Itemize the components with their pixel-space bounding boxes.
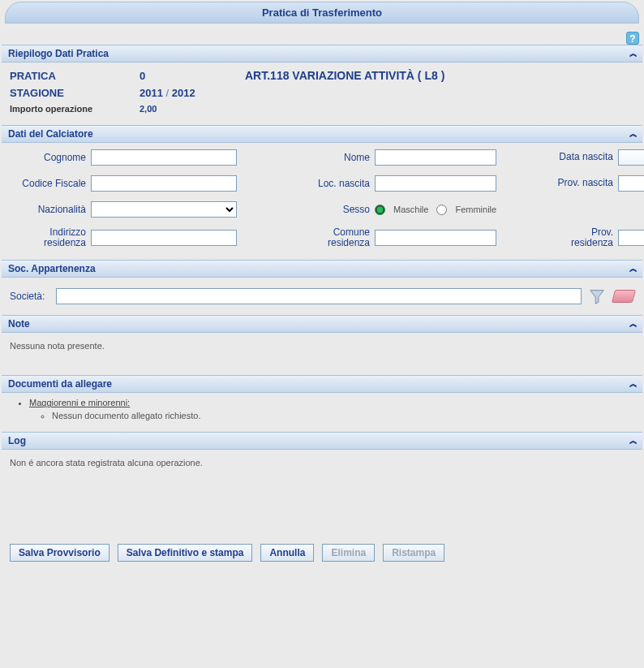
comune-residenza-label: Comune residenza [302, 227, 375, 248]
section-title-log: Log [8, 435, 26, 446]
collapse-icon[interactable]: ︽ [629, 48, 636, 59]
codice-fiscale-label: Codice Fiscale [10, 178, 91, 189]
indirizzo-residenza-input[interactable] [91, 230, 237, 246]
nome-input[interactable] [375, 149, 496, 166]
importo-value: 2,00 [140, 104, 245, 114]
help-icon[interactable]: ? [626, 32, 639, 45]
section-title-documenti: Documenti da allegare [8, 378, 112, 390]
sesso-femminile-label: Femminile [455, 205, 496, 214]
filter-icon[interactable] [588, 286, 607, 307]
sesso-maschile-radio[interactable] [375, 205, 385, 215]
section-title-societa: Soc. Appartenenza [8, 263, 96, 274]
eraser-icon[interactable] [613, 286, 634, 307]
stagione-end: 2012 [172, 87, 195, 99]
indirizzo-residenza-label: Indirizzo residenza [10, 227, 91, 248]
societa-input[interactable] [56, 288, 581, 304]
section-header-log: Log ︽ [2, 432, 642, 450]
button-bar: Salva Provvisorio Salva Definitivo e sta… [2, 541, 642, 567]
pratica-value: 0 [140, 70, 245, 82]
salva-provvisorio-button[interactable]: Salva Provvisorio [10, 544, 109, 562]
page-title: Pratica di Trasferimento [262, 6, 382, 19]
cognome-input[interactable] [91, 149, 237, 166]
data-nascita-select[interactable] [618, 149, 644, 166]
doc-group: Maggiorenni e minorenni: [29, 398, 634, 407]
section-header-note: Note ︽ [2, 315, 642, 333]
section-header-documenti: Documenti da allegare ︽ [2, 375, 642, 393]
section-header-calciatore: Dati del Calciatore ︽ [2, 125, 642, 143]
prov-residenza-input[interactable] [618, 230, 644, 246]
page-title-bar: Pratica di Trasferimento [5, 2, 639, 24]
codice-fiscale-input[interactable] [91, 175, 237, 192]
collapse-icon[interactable]: ︽ [629, 318, 636, 330]
nazionalita-label: Nazionalità [10, 204, 91, 215]
collapse-icon[interactable]: ︽ [629, 435, 636, 446]
doc-item: Nessun documento allegato richiesto. [52, 411, 634, 420]
log-text: Non é ancora stata registrata alcuna ope… [2, 450, 642, 476]
collapse-icon[interactable]: ︽ [629, 378, 636, 390]
prov-residenza-label: Prov. residenza [553, 227, 618, 248]
stagione-label: STAGIONE [10, 87, 140, 99]
elimina-button: Elimina [322, 544, 375, 562]
art-label: ART.118 VARIAZIONE ATTIVITÀ ( L8 ) [245, 69, 634, 82]
loc-nascita-label: Loc. nascita [302, 178, 375, 189]
nome-label: Nome [302, 152, 375, 163]
collapse-icon[interactable]: ︽ [629, 128, 636, 140]
societa-label: Società: [10, 291, 49, 302]
section-header-societa: Soc. Appartenenza ︽ [2, 260, 642, 278]
loc-nascita-input[interactable] [375, 175, 496, 192]
section-title-note: Note [8, 318, 30, 330]
prov-nascita-input[interactable] [618, 175, 644, 192]
sesso-maschile-label: Maschile [393, 205, 428, 214]
ristampa-button: Ristampa [383, 544, 444, 562]
prov-nascita-label: Prov. nascita [553, 178, 618, 188]
stagione-start: 2011 [140, 87, 163, 99]
collapse-icon[interactable]: ︽ [629, 263, 636, 274]
data-nascita-label: Data nascita [553, 152, 618, 162]
comune-residenza-input[interactable] [375, 230, 496, 246]
note-text: Nessuna nota presente. [2, 333, 642, 359]
stagione-sep: / [166, 87, 170, 99]
sesso-femminile-radio[interactable] [436, 205, 447, 215]
salva-definitivo-button[interactable]: Salva Definitivo e stampa [118, 544, 253, 562]
sesso-label: Sesso [302, 204, 375, 215]
stagione-value: 2011 / 2012 [140, 87, 245, 99]
section-title-calciatore: Dati del Calciatore [8, 128, 93, 140]
section-title-riepilogo: Riepilogo Dati Pratica [8, 48, 109, 59]
pratica-label: PRATICA [10, 70, 140, 82]
section-header-riepilogo: Riepilogo Dati Pratica ︽ [2, 45, 642, 62]
nazionalita-select[interactable] [91, 201, 237, 218]
importo-label: Importo operazione [10, 104, 140, 114]
cognome-label: Cognome [10, 152, 91, 163]
annulla-button[interactable]: Annulla [260, 544, 314, 562]
